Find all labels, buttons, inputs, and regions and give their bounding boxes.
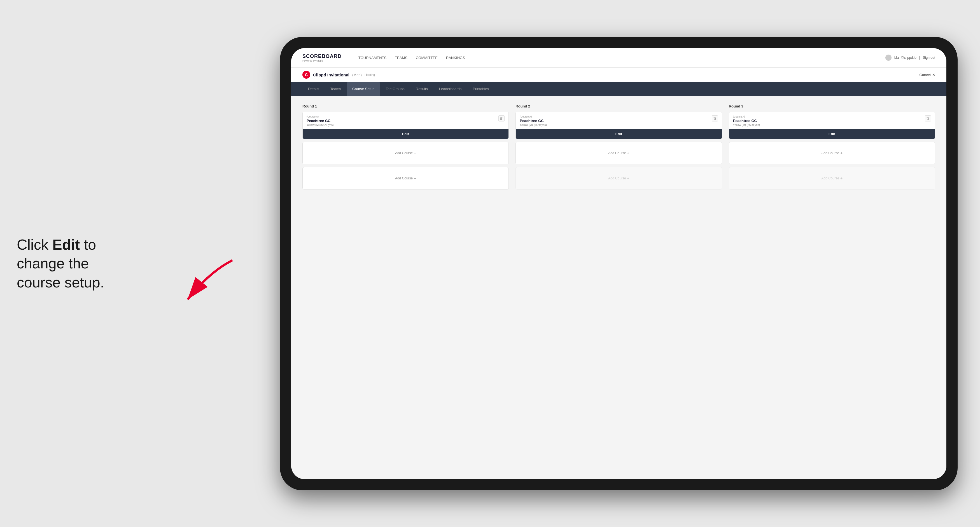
round-1-course-card: (Course A) Peachtree GC Yellow (M) (6629… [302,112,509,139]
round-2-course-details: Yellow (M) (6629 yds) [520,124,547,127]
round-2-add-course-2-plus-icon: + [627,176,630,181]
round-3-course-label: (Course A) [733,115,760,118]
round-3-add-course-2: Add Course + [729,167,935,189]
cancel-icon: ✕ [932,73,935,77]
round-3-add-course-1[interactable]: Add Course + [729,142,935,164]
round-2-edit-button[interactable]: Edit [516,129,722,139]
clippd-logo: C [302,71,310,79]
round-3-add-course-2-label: Add Course [821,176,839,180]
tab-leaderboards[interactable]: Leaderboards [433,82,467,96]
tablet-screen: SCOREBOARD Powered by clippd TOURNAMENTS… [291,48,947,479]
nav-links: TOURNAMENTS TEAMS COMMITTEE RANKINGS [358,55,874,61]
sign-out-link[interactable]: Sign out [923,56,935,60]
nav-separator: | [919,56,920,60]
round-1-add-course-1[interactable]: Add Course + [302,142,509,164]
round-3-add-course-1-plus-icon: + [840,151,843,156]
round-3-title: Round 3 [729,104,935,108]
tournament-title-group: C Clippd Invitational (Men) Hosting [302,71,375,79]
round-1-delete-button[interactable]: 🗑 [498,115,504,121]
round-2-course-label: (Course A) [520,115,547,118]
round-2-course-info: (Course A) Peachtree GC Yellow (M) (6629… [520,115,547,127]
cancel-button[interactable]: Cancel ✕ [920,73,935,77]
nav-teams[interactable]: TEAMS [395,55,407,61]
tab-teams[interactable]: Teams [325,82,347,96]
main-content: Round 1 (Course A) Peachtree GC Yellow (… [291,96,947,479]
round-2-add-course-2: Add Course + [515,167,722,189]
nav-right: blair@clippd.io | Sign out [885,55,935,61]
round-3-course-info: (Course A) Peachtree GC Yellow (M) (6629… [733,115,760,127]
round-3-add-course-1-label: Add Course [821,151,839,155]
tournament-header: C Clippd Invitational (Men) Hosting Canc… [291,68,947,82]
tournament-gender: (Men) [352,73,362,77]
round-2-delete-button[interactable]: 🗑 [712,115,718,121]
rounds-grid: Round 1 (Course A) Peachtree GC Yellow (… [302,104,935,192]
round-2-course-name: Peachtree GC [520,119,547,123]
round-1-add-course-2[interactable]: Add Course + [302,167,509,189]
round-3-course-details: Yellow (M) (6629 yds) [733,124,760,127]
nav-tournaments[interactable]: TOURNAMENTS [358,55,387,61]
user-email: blair@clippd.io [894,56,916,60]
round-2-add-course-1-label: Add Course [608,151,626,155]
round-3-edit-button[interactable]: Edit [729,129,935,139]
round-2-add-course-1-plus-icon: + [627,151,630,156]
round-3-course-header: (Course A) Peachtree GC Yellow (M) (6629… [729,112,935,129]
round-1-course-name: Peachtree GC [307,119,334,123]
round-1-course-header: (Course A) Peachtree GC Yellow (M) (6629… [303,112,509,129]
nav-rankings[interactable]: RANKINGS [446,55,465,61]
tab-details[interactable]: Details [302,82,325,96]
round-2-course-card: (Course A) Peachtree GC Yellow (M) (6629… [515,112,722,139]
user-avatar [885,55,891,61]
round-1-column: Round 1 (Course A) Peachtree GC Yellow (… [302,104,509,192]
round-2-column: Round 2 (Course A) Peachtree GC Yellow (… [515,104,722,192]
round-1-add-course-1-label: Add Course [395,151,413,155]
round-1-add-course-2-label: Add Course [395,176,413,180]
tournament-name: Clippd Invitational [313,73,350,77]
round-1-course-info: (Course A) Peachtree GC Yellow (M) (6629… [307,115,334,127]
round-1-course-label: (Course A) [307,115,334,118]
hosting-badge: Hosting [364,73,375,76]
round-3-course-name: Peachtree GC [733,119,760,123]
round-1-edit-button[interactable]: Edit [303,129,509,139]
round-2-add-course-1[interactable]: Add Course + [515,142,722,164]
tabs-bar: Details Teams Course Setup Tee Groups Re… [291,82,947,96]
round-3-delete-button[interactable]: 🗑 [925,115,931,121]
logo-main-text: SCOREBOARD [302,54,342,59]
nav-committee[interactable]: COMMITTEE [416,55,438,61]
tab-tee-groups[interactable]: Tee Groups [380,82,410,96]
round-1-add-course-2-plus-icon: + [414,176,416,181]
top-nav: SCOREBOARD Powered by clippd TOURNAMENTS… [291,48,947,68]
round-3-course-card: (Course A) Peachtree GC Yellow (M) (6629… [729,112,935,139]
round-2-title: Round 2 [515,104,722,108]
logo-sub-text: Powered by clippd [302,59,342,62]
round-3-column: Round 3 (Course A) Peachtree GC Yellow (… [729,104,935,192]
tab-results[interactable]: Results [410,82,433,96]
tablet-device: SCOREBOARD Powered by clippd TOURNAMENTS… [280,37,958,490]
tab-printables[interactable]: Printables [467,82,495,96]
round-1-course-details: Yellow (M) (6629 yds) [307,124,334,127]
round-2-add-course-2-label: Add Course [608,176,626,180]
round-2-course-header: (Course A) Peachtree GC Yellow (M) (6629… [516,112,722,129]
round-3-add-course-2-plus-icon: + [840,176,843,181]
round-1-add-course-1-plus-icon: + [414,151,416,156]
round-1-title: Round 1 [302,104,509,108]
cancel-label: Cancel [920,73,931,77]
arrow-annotation [154,257,243,313]
arrow-icon [154,257,243,313]
instruction-prefix: Click [17,236,52,252]
instruction-bold: Edit [52,236,80,252]
tab-course-setup[interactable]: Course Setup [347,82,380,96]
scoreboard-logo: SCOREBOARD Powered by clippd [302,54,342,62]
